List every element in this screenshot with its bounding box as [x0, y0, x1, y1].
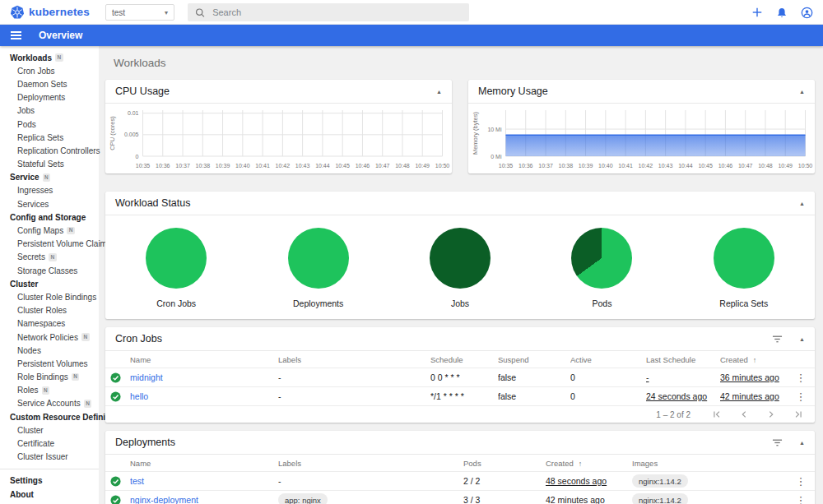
- page-title: Workloads: [105, 46, 815, 80]
- namespaced-badge: N: [81, 333, 90, 341]
- first-page-icon[interactable]: [712, 409, 722, 419]
- sidebar-item-daemon-sets[interactable]: Daemon Sets: [0, 77, 99, 90]
- pie-cell-pods: Pods: [531, 228, 672, 308]
- sidebar-item-label: Cluster: [10, 280, 38, 289]
- resource-name-link[interactable]: nginx-deployment: [130, 495, 198, 504]
- sidebar-item-pods[interactable]: Pods: [0, 118, 99, 131]
- sidebar-item-namespaces[interactable]: Namespaces: [0, 317, 99, 331]
- cell-name: midnight: [130, 372, 278, 382]
- sidebar-item-custom-resource-definitions[interactable]: Custom Resource Definitions: [0, 410, 99, 423]
- cell-created: 42 minutes ago: [546, 495, 632, 504]
- row-status-cell: [105, 495, 130, 504]
- last-page-icon[interactable]: [793, 409, 803, 419]
- search-bar[interactable]: [188, 3, 469, 21]
- row-actions-kebab-icon[interactable]: ⋮: [792, 391, 815, 402]
- sidebar-item-config-maps[interactable]: Config MapsN: [0, 224, 99, 237]
- previous-page-icon[interactable]: [739, 409, 749, 419]
- collapse-card-icon[interactable]: ▲: [799, 201, 805, 206]
- sidebar-item-label: Replication Controllers: [17, 146, 100, 155]
- sidebar-item-cron-jobs[interactable]: Cron Jobs: [0, 64, 99, 77]
- next-page-icon[interactable]: [766, 409, 776, 419]
- sidebar-item-roles[interactable]: RolesN: [0, 384, 99, 397]
- row-status-cell: [105, 476, 130, 487]
- table-row: midnight-0 0 * * *false0-36 minutes ago⋮: [105, 368, 815, 387]
- sidebar-item-jobs[interactable]: Jobs: [0, 104, 99, 118]
- sidebar-item-role-bindings[interactable]: Role BindingsN: [0, 371, 99, 384]
- svg-text:10:36: 10:36: [156, 163, 170, 169]
- namespace-selector[interactable]: test ▾: [105, 4, 174, 21]
- collapse-card-icon[interactable]: ▲: [799, 440, 805, 446]
- resource-name-link[interactable]: hello: [130, 391, 148, 401]
- sidebar-item-label: Settings: [10, 476, 42, 485]
- notifications-bell-icon[interactable]: [776, 7, 788, 19]
- workload-status-title: Workload Status: [115, 197, 190, 209]
- sidebar-item-replica-sets[interactable]: Replica Sets: [0, 131, 99, 144]
- search-icon: [195, 7, 205, 18]
- sidebar-item-services[interactable]: Services: [0, 197, 99, 210]
- menu-hamburger-icon[interactable]: [11, 31, 21, 40]
- column-header-active[interactable]: Active: [570, 355, 646, 364]
- workload-status-card: Workload Status ▲ Cron JobsDeploymentsJo…: [105, 192, 815, 319]
- sidebar-item-stateful-sets[interactable]: Stateful Sets: [0, 158, 99, 171]
- sidebar-item-cluster[interactable]: Cluster: [0, 277, 99, 290]
- filter-icon[interactable]: [772, 437, 783, 447]
- sidebar-item-storage-classes[interactable]: Storage Classes: [0, 264, 99, 277]
- svg-text:10:49: 10:49: [415, 163, 430, 169]
- account-circle-icon[interactable]: [801, 7, 813, 19]
- row-actions-kebab-icon[interactable]: ⋮: [792, 476, 815, 487]
- sidebar-item-secrets[interactable]: SecretsN: [0, 251, 99, 264]
- row-actions-kebab-icon[interactable]: ⋮: [792, 372, 815, 383]
- column-header-labels[interactable]: Labels: [278, 355, 430, 364]
- resource-name-link[interactable]: midnight: [130, 372, 163, 382]
- status-ok-check-icon: [110, 476, 121, 487]
- column-header-suspend[interactable]: Suspend: [498, 355, 570, 364]
- column-header-created[interactable]: Created↑: [546, 459, 632, 468]
- sidebar-item-cluster[interactable]: Cluster: [0, 423, 99, 437]
- sidebar-item-service[interactable]: ServiceN: [0, 171, 99, 184]
- cell-labels: -: [278, 476, 463, 486]
- sidebar-item-deployments[interactable]: Deployments: [0, 91, 99, 104]
- sidebar-item-persistent-volumes[interactable]: Persistent Volumes: [0, 357, 99, 370]
- column-header-name[interactable]: Name: [130, 459, 278, 468]
- resource-name-link[interactable]: test: [130, 476, 144, 486]
- cpu-usage-card: CPU Usage ▲ 10:3510:3610:3710:3810:3910:…: [105, 80, 452, 173]
- pie-cell-replica-sets: Replica Sets: [673, 228, 815, 308]
- column-header-created[interactable]: Created↑: [720, 355, 792, 364]
- sidebar-item-label: Persistent Volumes: [17, 359, 88, 368]
- create-resource-plus-icon[interactable]: [751, 7, 763, 18]
- sidebar-item-nodes[interactable]: Nodes: [0, 344, 99, 357]
- pie-deployments: [288, 228, 349, 289]
- search-input[interactable]: [212, 7, 462, 17]
- sidebar-item-cluster-roles[interactable]: Cluster Roles: [0, 304, 99, 317]
- sidebar-item-workloads[interactable]: WorkloadsN: [0, 51, 99, 64]
- sidebar-item-label: Certificate: [17, 439, 54, 448]
- sidebar-item-cluster-role-bindings[interactable]: Cluster Role Bindings: [0, 290, 99, 303]
- sidebar-item-persistent-volume-claims[interactable]: Persistent Volume ClaimsN: [0, 238, 99, 251]
- column-header-labels[interactable]: Labels: [278, 459, 463, 468]
- sidebar-item-ingresses[interactable]: Ingresses: [0, 184, 99, 197]
- column-header-pods[interactable]: Pods: [463, 459, 546, 468]
- column-header-name[interactable]: Name: [130, 355, 278, 364]
- sidebar-item-settings[interactable]: Settings: [0, 474, 99, 488]
- filter-icon[interactable]: [772, 334, 783, 344]
- sidebar-item-about[interactable]: About: [0, 488, 99, 501]
- collapse-card-icon[interactable]: ▲: [436, 89, 442, 95]
- table-header-row: NameLabelsPodsCreated↑Images: [105, 455, 815, 472]
- kubernetes-logo[interactable]: kubernetes: [10, 5, 90, 20]
- sidebar-item-label: Cluster Roles: [17, 306, 67, 315]
- sidebar-item-service-accounts[interactable]: Service AccountsN: [0, 397, 99, 410]
- collapse-card-icon[interactable]: ▲: [799, 336, 805, 342]
- cell-created: 42 minutes ago: [720, 391, 792, 401]
- memory-usage-title: Memory Usage: [478, 86, 548, 97]
- sidebar-item-config-and-storage[interactable]: Config and Storage: [0, 210, 99, 224]
- row-actions-kebab-icon[interactable]: ⋮: [792, 495, 815, 504]
- column-header-images[interactable]: Images: [632, 459, 792, 468]
- sidebar-item-certificate[interactable]: Certificate: [0, 437, 99, 450]
- sidebar-item-network-policies[interactable]: Network PoliciesN: [0, 331, 99, 344]
- sidebar-item-replication-controllers[interactable]: Replication Controllers: [0, 144, 99, 157]
- column-header-last-schedule[interactable]: Last Schedule: [646, 355, 720, 364]
- column-header-schedule[interactable]: Schedule: [430, 355, 498, 364]
- collapse-card-icon[interactable]: ▲: [799, 89, 805, 95]
- sidebar-item-cluster-issuer[interactable]: Cluster Issuer: [0, 451, 99, 464]
- cron-jobs-card: Cron Jobs ▲ NameLabelsScheduleSuspendAct…: [105, 327, 815, 423]
